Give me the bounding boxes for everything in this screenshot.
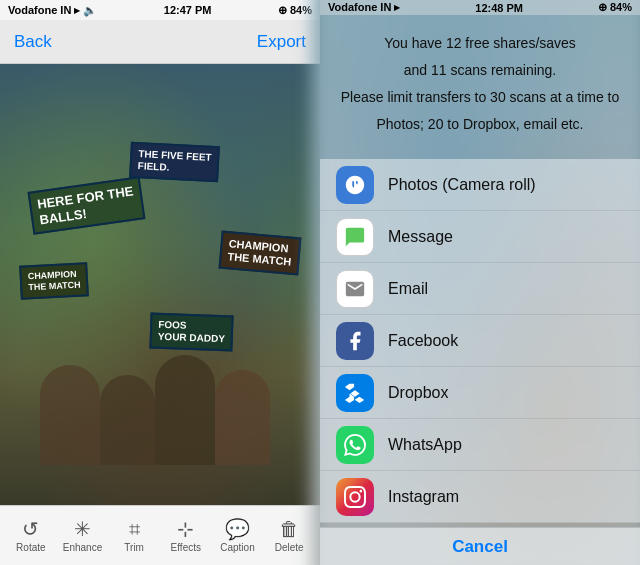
cancel-button[interactable]: Cancel: [320, 527, 640, 565]
rotate-label: Rotate: [16, 542, 45, 553]
instagram-icon-wrap: [336, 478, 374, 516]
caption-tool[interactable]: 💬 Caption: [215, 519, 259, 553]
whatsapp-icon: [344, 434, 366, 456]
facebook-icon-wrap: [336, 322, 374, 360]
caption-label: Caption: [220, 542, 254, 553]
enhance-icon: ✳: [74, 519, 91, 539]
info-text-block: You have 12 free shares/saves and 11 sca…: [320, 15, 640, 155]
photos-label: Photos (Camera roll): [388, 176, 536, 194]
trim-label: Trim: [124, 542, 144, 553]
photo-sign-4: FOOSYOUR DADDY: [149, 313, 233, 352]
enhance-tool[interactable]: ✳ Enhance: [60, 519, 104, 553]
email-icon: [344, 278, 366, 300]
share-email[interactable]: Email: [320, 263, 640, 315]
message-icon-wrap: [336, 218, 374, 256]
share-instagram[interactable]: Instagram: [320, 471, 640, 523]
share-photos[interactable]: Photos (Camera roll): [320, 159, 640, 211]
facebook-icon: [344, 330, 366, 352]
share-message[interactable]: Message: [320, 211, 640, 263]
person-3: [155, 355, 215, 465]
battery-right: ⊕ 84%: [598, 1, 632, 14]
delete-label: Delete: [275, 542, 304, 553]
battery-left: ⊕ 84%: [278, 4, 312, 17]
carrier-right: Vodafone IN ▸: [328, 1, 400, 14]
toolbar-left: ↺ Rotate ✳ Enhance ⌗ Trim ⊹ Effects 💬 Ca…: [0, 505, 320, 565]
dropbox-icon: [344, 382, 366, 404]
photos-icon-wrap: [336, 166, 374, 204]
dropbox-label: Dropbox: [388, 384, 448, 402]
share-dropbox[interactable]: Dropbox: [320, 367, 640, 419]
right-content: Vodafone IN ▸ 12:48 PM ⊕ 84% You have 12…: [320, 0, 640, 565]
status-bar-left: Vodafone IN ▸ 🔈 12:47 PM ⊕ 84%: [0, 0, 320, 20]
whatsapp-label: WhatsApp: [388, 436, 462, 454]
whatsapp-icon-wrap: [336, 426, 374, 464]
caption-icon: 💬: [225, 519, 250, 539]
carrier-left: Vodafone IN ▸ 🔈: [8, 4, 97, 17]
email-icon-wrap: [336, 270, 374, 308]
person-2: [100, 375, 155, 465]
photos-icon: [344, 174, 366, 196]
delete-tool[interactable]: 🗑 Delete: [267, 519, 311, 553]
effects-tool[interactable]: ⊹ Effects: [164, 519, 208, 553]
effects-label: Effects: [171, 542, 201, 553]
info-line2: and 11 scans remaining.: [404, 62, 557, 78]
status-bar-right: Vodafone IN ▸ 12:48 PM ⊕ 84%: [320, 0, 640, 15]
photo-background: HERE FOR THEBALLS! THE FIVE FEETFIELD. C…: [0, 64, 320, 505]
photo-sign-5: CHAMPIONTHE MATCH: [218, 231, 301, 276]
person-1: [40, 365, 100, 465]
back-button[interactable]: Back: [14, 32, 52, 52]
time-left: 12:47 PM: [164, 4, 212, 16]
photo-sign-2: THE FIVE FEETFIELD.: [129, 142, 220, 183]
instagram-label: Instagram: [388, 488, 459, 506]
facebook-label: Facebook: [388, 332, 458, 350]
right-panel: Vodafone IN ▸ 12:48 PM ⊕ 84% You have 12…: [320, 0, 640, 565]
instagram-icon: [344, 486, 366, 508]
rotate-tool[interactable]: ↺ Rotate: [9, 519, 53, 553]
person-4: [215, 370, 270, 465]
rotate-icon: ↺: [22, 519, 39, 539]
share-whatsapp[interactable]: WhatsApp: [320, 419, 640, 471]
dropbox-icon-wrap: [336, 374, 374, 412]
enhance-label: Enhance: [63, 542, 102, 553]
email-label: Email: [388, 280, 428, 298]
info-line1: You have 12 free shares/saves: [384, 35, 576, 51]
left-panel: Vodafone IN ▸ 🔈 12:47 PM ⊕ 84% Back Expo…: [0, 0, 320, 565]
message-icon: [344, 226, 366, 248]
share-list: Photos (Camera roll) Message Email: [320, 155, 640, 527]
effects-icon: ⊹: [177, 519, 194, 539]
delete-icon: 🗑: [279, 519, 299, 539]
share-facebook[interactable]: Facebook: [320, 315, 640, 367]
photo-sign-3: CHAMPIONTHE MATCH: [19, 262, 89, 299]
nav-bar-left: Back Export: [0, 20, 320, 64]
info-line4: Photos; 20 to Dropbox, email etc.: [377, 116, 584, 132]
export-button[interactable]: Export: [257, 32, 306, 52]
photo-area: HERE FOR THEBALLS! THE FIVE FEETFIELD. C…: [0, 64, 320, 505]
trim-icon: ⌗: [129, 519, 140, 539]
info-line3: Please limit transfers to 30 scans at a …: [341, 89, 620, 105]
trim-tool[interactable]: ⌗ Trim: [112, 519, 156, 553]
time-right: 12:48 PM: [475, 2, 523, 14]
message-label: Message: [388, 228, 453, 246]
